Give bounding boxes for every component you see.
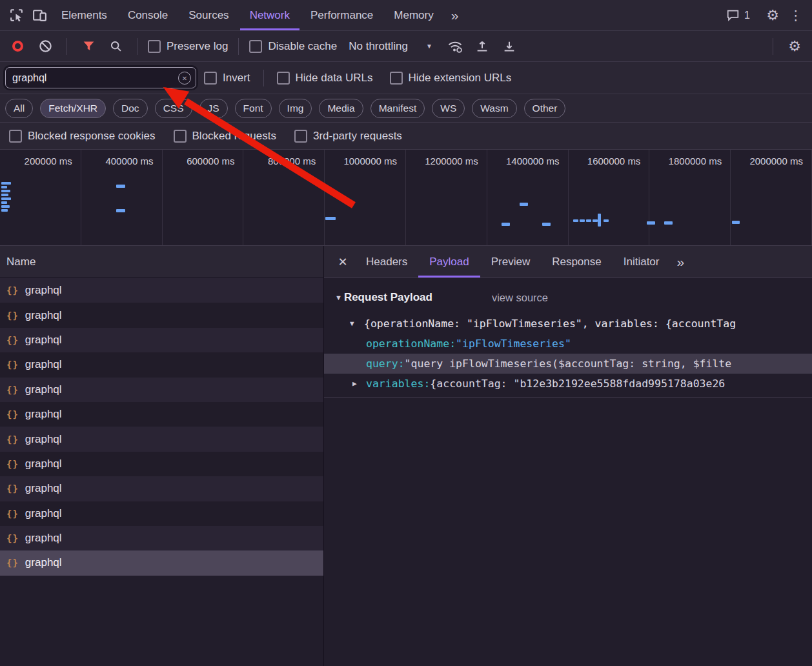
timeline-request-bar xyxy=(325,217,336,220)
json-braces-icon: {} xyxy=(6,459,19,469)
json-braces-icon: {} xyxy=(6,359,19,370)
expand-node-icon[interactable]: ▶ xyxy=(352,379,366,388)
requests-panel: Name {}graphql{}graphql{}graphql{}graphq… xyxy=(0,246,323,666)
import-har-icon[interactable] xyxy=(471,35,493,57)
hide-extension-urls-checkbox[interactable]: Hide extension URLs xyxy=(390,72,512,85)
timeline-request-bar xyxy=(1,209,8,212)
settings-icon[interactable]: ⚙ xyxy=(762,5,784,26)
filter-chip-wasm[interactable]: Wasm xyxy=(472,99,516,118)
request-row[interactable]: {}graphql xyxy=(0,550,323,575)
filter-chip-css[interactable]: CSS xyxy=(155,99,192,118)
request-row[interactable]: {}graphql xyxy=(0,328,323,352)
invert-checkbox[interactable]: Invert xyxy=(204,72,250,85)
filter-chip-font[interactable]: Font xyxy=(235,99,272,118)
filter-chip-all[interactable]: All xyxy=(5,99,33,118)
request-row[interactable]: {}graphql xyxy=(0,452,323,476)
blocked-response-cookies-checkbox[interactable]: Blocked response cookies xyxy=(9,130,156,143)
request-row[interactable]: {}graphql xyxy=(0,427,323,451)
filter-toggle-icon[interactable] xyxy=(77,35,99,57)
tab-response[interactable]: Response xyxy=(541,246,613,278)
invert-label: Invert xyxy=(223,72,250,85)
request-name: graphql xyxy=(25,309,62,322)
json-braces-icon: {} xyxy=(6,509,19,519)
export-har-icon[interactable] xyxy=(498,35,520,57)
timeline-request-bar xyxy=(1,201,7,204)
request-row[interactable]: {}graphql xyxy=(0,352,323,377)
issues-indicator[interactable]: 1 xyxy=(726,9,750,21)
timeline-request-bar xyxy=(1,186,7,188)
collapse-node-icon[interactable]: ▼ xyxy=(350,319,364,328)
tab-console[interactable]: Console xyxy=(118,0,178,30)
request-row[interactable]: {}graphql xyxy=(0,278,323,303)
filter-input[interactable] xyxy=(5,67,196,88)
name-column-header[interactable]: Name xyxy=(0,246,323,278)
record-network-log-button[interactable] xyxy=(12,41,23,52)
request-row[interactable]: {}graphql xyxy=(0,378,323,402)
checkbox-box xyxy=(294,130,307,143)
timeline-request-bar xyxy=(542,223,551,226)
tab-network[interactable]: Network xyxy=(240,0,299,30)
payload-row-operationName[interactable]: operationName: "ipFlowTimeseries" xyxy=(324,334,812,354)
filter-chip-other[interactable]: Other xyxy=(524,99,566,118)
device-toolbar-icon[interactable] xyxy=(28,5,50,26)
third-party-requests-checkbox[interactable]: 3rd-party requests xyxy=(294,130,402,143)
payload-pane: ▼ Request Payload view source ▼ {operati… xyxy=(324,278,812,398)
timeline-request-bar xyxy=(598,214,601,227)
payload-root-row[interactable]: ▼ {operationName: "ipFlowTimeseries", va… xyxy=(324,313,812,334)
filter-chip-manifest[interactable]: Manifest xyxy=(370,99,425,118)
tab-performance[interactable]: Performance xyxy=(301,0,383,30)
tab-initiator[interactable]: Initiator xyxy=(613,246,671,278)
clear-filter-icon[interactable]: ✕ xyxy=(178,72,191,85)
filter-chip-doc[interactable]: Doc xyxy=(113,99,148,118)
tab-memory[interactable]: Memory xyxy=(384,0,443,30)
payload-row-query[interactable]: query: "query ipFlowTimeseries($accountT… xyxy=(324,354,812,374)
toolbar-separator xyxy=(263,70,264,86)
clear-network-log-icon[interactable] xyxy=(34,35,56,57)
tab-elements[interactable]: Elements xyxy=(52,0,117,30)
request-row[interactable]: {}graphql xyxy=(0,402,323,427)
request-payload-title: Request Payload xyxy=(344,291,432,304)
inspect-element-icon[interactable] xyxy=(5,5,27,26)
tab-payload[interactable]: Payload xyxy=(418,246,480,278)
network-main: Name {}graphql{}graphql{}graphql{}graphq… xyxy=(0,246,812,666)
payload-value: "query ipFlowTimeseries($accountTag: str… xyxy=(405,358,732,370)
filter-chip-media[interactable]: Media xyxy=(319,99,363,118)
timeline-cells: 200000 ms400000 ms600000 ms800000 ms1000… xyxy=(0,150,812,245)
filter-chip-img[interactable]: Img xyxy=(279,99,312,118)
json-braces-icon: {} xyxy=(6,385,19,395)
request-row[interactable]: {}graphql xyxy=(0,501,323,526)
request-row[interactable]: {}graphql xyxy=(0,526,323,550)
network-overview-timeline[interactable]: 200000 ms400000 ms600000 ms800000 ms1000… xyxy=(0,150,812,246)
payload-row-variables[interactable]: ▶variables: {accountTag: "b12e3b2192ee55… xyxy=(324,374,812,394)
view-source-link[interactable]: view source xyxy=(492,292,548,304)
tab-preview[interactable]: Preview xyxy=(480,246,541,278)
filter-chip-fetch-xhr[interactable]: Fetch/XHR xyxy=(40,99,106,118)
tab-sources[interactable]: Sources xyxy=(179,0,238,30)
search-icon[interactable] xyxy=(105,35,127,57)
network-conditions-icon[interactable] xyxy=(444,35,466,57)
filter-chip-ws[interactable]: WS xyxy=(432,99,465,118)
blocked-requests-checkbox[interactable]: Blocked requests xyxy=(174,130,276,143)
close-details-icon[interactable]: ✕ xyxy=(330,250,355,274)
timeline-request-bar xyxy=(520,203,528,206)
request-name: graphql xyxy=(25,408,62,421)
request-row[interactable]: {}graphql xyxy=(0,303,323,327)
throttling-select[interactable]: No throttling ▼ xyxy=(342,40,439,53)
payload-tree: ▼ {operationName: "ipFlowTimeseries", va… xyxy=(324,313,812,394)
collapse-section-icon[interactable]: ▼ xyxy=(335,294,342,301)
timeline-label: 1400000 ms xyxy=(487,150,569,245)
hide-data-urls-checkbox[interactable]: Hide data URLs xyxy=(277,72,373,85)
request-name: graphql xyxy=(25,284,62,297)
timeline-request-bar xyxy=(664,221,673,225)
more-panels-icon[interactable]: » xyxy=(445,8,465,23)
main-menu-icon[interactable]: ⋮ xyxy=(785,5,807,26)
issues-count: 1 xyxy=(744,10,750,21)
network-settings-icon[interactable]: ⚙ xyxy=(784,35,806,57)
filter-chip-js[interactable]: JS xyxy=(199,99,228,118)
request-row[interactable]: {}graphql xyxy=(0,476,323,501)
preserve-log-checkbox[interactable]: Preserve log xyxy=(148,40,228,53)
disable-cache-checkbox[interactable]: Disable cache xyxy=(249,40,337,53)
more-detail-tabs-icon[interactable]: » xyxy=(670,254,691,270)
json-braces-icon: {} xyxy=(6,285,19,296)
tab-headers[interactable]: Headers xyxy=(355,246,418,278)
